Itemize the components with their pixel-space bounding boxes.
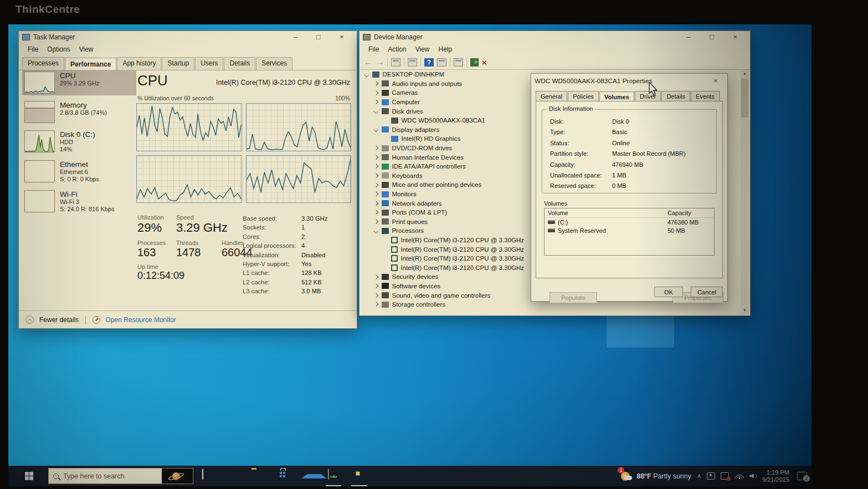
chevron-right-icon[interactable] [374, 302, 378, 307]
dialog-tab-general[interactable]: General [536, 91, 567, 101]
scrollbar-thumb[interactable] [741, 79, 748, 118]
detail-label: L3 cache: [243, 287, 301, 296]
chevron-down-icon[interactable] [364, 72, 369, 77]
detail-label: Cores: [243, 232, 301, 241]
menu-view[interactable]: View [411, 44, 434, 54]
file-explorer-button[interactable] [250, 470, 264, 483]
perf-tile-wi-fi[interactable]: Wi-FiWi-Fi 3S: 24.0 R: 816 Kbps [22, 189, 136, 215]
minimize-button[interactable]: – [284, 31, 307, 43]
chevron-right-icon[interactable] [374, 284, 378, 288]
dialog-titlebar[interactable]: WDC WD5000AAKX-083CA1 Properties × [531, 74, 727, 88]
scroll-up-icon[interactable]: ▲ [741, 70, 749, 78]
close-button[interactable]: × [723, 31, 747, 43]
taskbar-clock[interactable]: 1:19 PM 9/21/2025 [762, 469, 789, 483]
task-view-button[interactable] [199, 470, 213, 483]
scan-for-changes-icon[interactable] [454, 58, 463, 67]
chevron-right-icon[interactable] [374, 174, 378, 178]
chevron-right-icon[interactable] [374, 146, 378, 150]
start-button[interactable] [16, 466, 42, 486]
dialog-tab-policies[interactable]: Policies [568, 91, 599, 101]
volumes-list[interactable]: Volume Capacity (C:)476380 MBSystem Rese… [544, 208, 715, 256]
action-center-icon[interactable]: 2 [797, 472, 807, 480]
volume-row-system-reserved[interactable]: System Reserved50 MB [545, 226, 714, 235]
chevron-right-icon[interactable] [374, 164, 378, 169]
forward-icon[interactable]: → [376, 58, 384, 67]
tree-spacer [384, 257, 387, 260]
chevron-right-icon[interactable] [374, 201, 378, 206]
perf-tile-cpu[interactable]: CPU29% 3.29 GHz [22, 70, 136, 95]
chevron-right-icon[interactable] [374, 293, 378, 298]
hidden-icons-chevron[interactable]: ∧ [697, 472, 701, 480]
chevron-right-icon[interactable] [374, 100, 378, 104]
chevron-right-icon[interactable] [374, 81, 378, 86]
uninstall-device-icon[interactable]: × [482, 58, 487, 67]
dialog-title: WDC WD5000AAKX-083CA1 Properties [535, 77, 652, 85]
device-manager-titlebar[interactable]: Device Manager – □ × [359, 31, 750, 43]
menu-action[interactable]: Action [383, 44, 410, 54]
chevron-right-icon[interactable] [374, 274, 378, 279]
volume-icon[interactable] [749, 473, 757, 480]
task-manager-taskbar-button[interactable] [327, 470, 340, 483]
scroll-down-icon[interactable]: ▼ [741, 307, 749, 314]
search-highlight-art[interactable] [162, 468, 193, 484]
cancel-button[interactable]: Cancel [691, 287, 723, 297]
search-input[interactable] [63, 472, 146, 480]
chevron-down-icon[interactable] [374, 128, 378, 132]
back-icon[interactable]: ← [364, 58, 372, 67]
menu-options[interactable]: Options [43, 44, 74, 54]
minimize-button[interactable]: – [677, 31, 700, 43]
mail-button[interactable] [301, 470, 315, 483]
maximize-button[interactable]: □ [307, 31, 330, 43]
perf-tile-detail: 2.8/3.8 GB (74%) [60, 109, 107, 116]
perf-tile-memory[interactable]: Memory2.8/3.8 GB (74%) [22, 99, 136, 125]
chevron-right-icon[interactable] [374, 192, 378, 196]
meet-now-icon[interactable] [707, 472, 715, 480]
scan-hardware-icon[interactable] [437, 58, 446, 67]
device-manager-taskbar-button[interactable] [352, 470, 366, 483]
dialog-tab-events[interactable]: Events [691, 91, 720, 101]
task-manager-titlebar[interactable]: Task Manager – □ × [19, 31, 357, 43]
open-resource-monitor-link[interactable]: Open Resource Monitor [106, 316, 176, 324]
show-window-icon[interactable] [391, 58, 400, 67]
fewer-details-button[interactable]: Fewer details [39, 316, 79, 324]
chevron-right-icon[interactable] [374, 210, 378, 215]
chevron-right-icon[interactable] [374, 155, 378, 160]
wifi-icon[interactable] [735, 473, 744, 479]
ok-button[interactable]: OK [654, 287, 683, 297]
group-label: Disk Information [547, 105, 595, 112]
menu-view[interactable]: View [75, 44, 98, 54]
perf-tile-disk-0-c[interactable]: Disk 0 (C:)HDD14% [22, 129, 136, 155]
tab-performance[interactable]: Performance [65, 58, 116, 70]
chevron-right-icon[interactable] [374, 183, 378, 187]
perf-tile-detail: 29% 3.29 GHz [60, 80, 100, 87]
taskbar-search[interactable] [48, 468, 193, 484]
update-driver-icon[interactable] [470, 58, 479, 67]
volume-row-c[interactable]: (C:)476380 MB [545, 218, 714, 226]
mouse-cursor [648, 82, 658, 99]
stat-label: Utilization [137, 214, 174, 221]
store-button[interactable] [276, 470, 289, 483]
menu-file[interactable]: File [364, 44, 383, 54]
chevron-down-icon[interactable] [374, 229, 378, 233]
menu-file[interactable]: File [23, 44, 43, 54]
perf-tile-ethernet[interactable]: EthernetEthernet 6S: 0 R: 0 Kbps [22, 159, 136, 185]
dialog-tab-details[interactable]: Details [661, 91, 690, 101]
weather-widget[interactable]: 1 88°F Partly sunny [620, 470, 691, 482]
chevron-right-icon[interactable] [374, 91, 378, 95]
properties-icon[interactable] [408, 58, 417, 67]
edge-button[interactable] [225, 470, 238, 483]
cast-status-icon[interactable] [721, 472, 729, 480]
chevron-down-icon[interactable] [374, 109, 378, 114]
menu-help[interactable]: Help [434, 44, 457, 54]
info-label: Disk: [550, 116, 612, 127]
help-icon[interactable]: ? [424, 58, 434, 67]
maximize-button[interactable]: □ [700, 31, 723, 43]
chevron-right-icon[interactable] [374, 220, 378, 224]
tab-processes[interactable]: Processes [22, 57, 64, 70]
close-icon[interactable]: × [707, 75, 724, 87]
close-button[interactable]: × [330, 31, 353, 43]
tree-spacer [384, 248, 387, 251]
populate-button[interactable]: Populate [549, 292, 597, 303]
detail-value: Disabled [301, 251, 351, 259]
device-tree-scrollbar[interactable]: ▲ ▼ [741, 70, 749, 314]
